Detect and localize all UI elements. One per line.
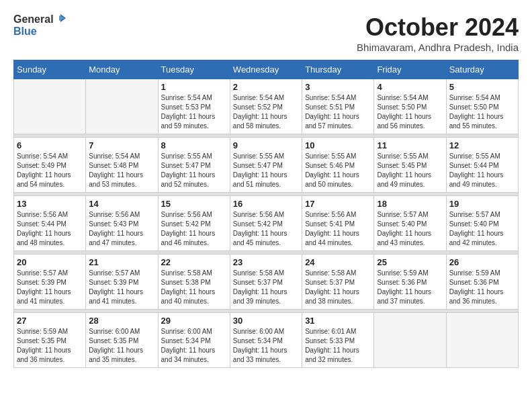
calendar-cell: 7 Sunrise: 5:54 AM Sunset: 5:48 PM Dayli… — [86, 138, 158, 193]
day-number: 31 — [305, 316, 371, 326]
day-number: 29 — [161, 316, 227, 326]
day-number: 3 — [305, 82, 371, 92]
calendar-cell: 2 Sunrise: 5:54 AM Sunset: 5:52 PM Dayli… — [230, 79, 302, 134]
calendar-cell: 20 Sunrise: 5:57 AM Sunset: 5:39 PM Dayl… — [14, 255, 86, 310]
calendar-cell: 10 Sunrise: 5:55 AM Sunset: 5:46 PM Dayl… — [302, 138, 374, 193]
day-info: Sunrise: 5:54 AM Sunset: 5:52 PM Dayligh… — [233, 93, 299, 131]
day-number: 12 — [449, 140, 515, 150]
day-number: 5 — [449, 82, 515, 92]
day-number: 4 — [377, 82, 443, 92]
calendar-cell: 16 Sunrise: 5:56 AM Sunset: 5:42 PM Dayl… — [230, 196, 302, 251]
location: Bhimavaram, Andhra Pradesh, India — [357, 42, 519, 53]
day-number: 27 — [17, 316, 83, 326]
day-info: Sunrise: 6:01 AM Sunset: 5:33 PM Dayligh… — [305, 327, 371, 365]
calendar-cell: 11 Sunrise: 5:55 AM Sunset: 5:45 PM Dayl… — [374, 138, 446, 193]
day-number: 2 — [233, 82, 299, 92]
day-info: Sunrise: 6:00 AM Sunset: 5:35 PM Dayligh… — [89, 327, 154, 365]
calendar-cell: 31 Sunrise: 6:01 AM Sunset: 5:33 PM Dayl… — [302, 313, 374, 368]
day-number: 13 — [17, 199, 83, 209]
calendar-cell: 6 Sunrise: 5:54 AM Sunset: 5:49 PM Dayli… — [14, 138, 86, 193]
day-info: Sunrise: 5:54 AM Sunset: 5:50 PM Dayligh… — [449, 93, 515, 131]
day-info: Sunrise: 5:57 AM Sunset: 5:39 PM Dayligh… — [89, 269, 154, 306]
day-number: 19 — [449, 199, 515, 209]
page-header: General Blue October 2024 Bhimavaram, An… — [13, 13, 519, 53]
calendar-week-1: 1 Sunrise: 5:54 AM Sunset: 5:53 PM Dayli… — [14, 79, 519, 134]
day-number: 9 — [233, 140, 299, 150]
day-info: Sunrise: 5:54 AM Sunset: 5:53 PM Dayligh… — [161, 93, 227, 131]
calendar-cell: 5 Sunrise: 5:54 AM Sunset: 5:50 PM Dayli… — [446, 79, 518, 134]
day-number: 8 — [161, 140, 227, 150]
header-tuesday: Tuesday — [158, 60, 230, 79]
calendar-week-2: 6 Sunrise: 5:54 AM Sunset: 5:49 PM Dayli… — [14, 138, 519, 193]
calendar-cell: 21 Sunrise: 5:57 AM Sunset: 5:39 PM Dayl… — [86, 255, 158, 310]
header-monday: Monday — [86, 60, 158, 79]
day-number: 15 — [161, 199, 227, 209]
calendar-cell: 27 Sunrise: 5:59 AM Sunset: 5:35 PM Dayl… — [14, 313, 86, 368]
day-number: 18 — [377, 199, 443, 209]
day-number: 14 — [89, 199, 154, 209]
calendar-cell: 9 Sunrise: 5:55 AM Sunset: 5:47 PM Dayli… — [230, 138, 302, 193]
logo-blue: Blue — [13, 26, 66, 38]
calendar-cell — [446, 313, 518, 368]
day-number: 24 — [305, 257, 371, 267]
header-sunday: Sunday — [14, 60, 86, 79]
calendar-cell: 18 Sunrise: 5:57 AM Sunset: 5:40 PM Dayl… — [374, 196, 446, 251]
day-info: Sunrise: 6:00 AM Sunset: 5:34 PM Dayligh… — [233, 327, 299, 365]
day-number: 25 — [377, 257, 443, 267]
header-wednesday: Wednesday — [230, 60, 302, 79]
day-number: 17 — [305, 199, 371, 209]
calendar-cell: 30 Sunrise: 6:00 AM Sunset: 5:34 PM Dayl… — [230, 313, 302, 368]
logo-container: General Blue — [13, 13, 66, 37]
calendar-cell: 3 Sunrise: 5:54 AM Sunset: 5:51 PM Dayli… — [302, 79, 374, 134]
day-number: 11 — [377, 140, 443, 150]
calendar-week-5: 27 Sunrise: 5:59 AM Sunset: 5:35 PM Dayl… — [14, 313, 519, 368]
title-block: October 2024 Bhimavaram, Andhra Pradesh,… — [357, 13, 519, 53]
day-info: Sunrise: 5:54 AM Sunset: 5:50 PM Dayligh… — [377, 93, 443, 131]
month-title: October 2024 — [357, 13, 519, 42]
calendar-cell: 13 Sunrise: 5:56 AM Sunset: 5:44 PM Dayl… — [14, 196, 86, 251]
logo-bird-icon — [55, 13, 66, 24]
calendar-cell: 26 Sunrise: 5:59 AM Sunset: 5:36 PM Dayl… — [446, 255, 518, 310]
day-info: Sunrise: 5:59 AM Sunset: 5:36 PM Dayligh… — [377, 269, 443, 306]
day-number: 6 — [17, 140, 83, 150]
day-info: Sunrise: 5:54 AM Sunset: 5:48 PM Dayligh… — [89, 152, 154, 189]
logo-general: General — [13, 13, 54, 26]
day-number: 23 — [233, 257, 299, 267]
calendar-cell: 29 Sunrise: 6:00 AM Sunset: 5:34 PM Dayl… — [158, 313, 230, 368]
calendar-cell: 1 Sunrise: 5:54 AM Sunset: 5:53 PM Dayli… — [158, 79, 230, 134]
day-info: Sunrise: 5:56 AM Sunset: 5:41 PM Dayligh… — [305, 210, 371, 248]
day-info: Sunrise: 5:57 AM Sunset: 5:40 PM Dayligh… — [377, 210, 443, 248]
header-thursday: Thursday — [302, 60, 374, 79]
calendar-cell: 19 Sunrise: 5:57 AM Sunset: 5:40 PM Dayl… — [446, 196, 518, 251]
day-info: Sunrise: 5:59 AM Sunset: 5:36 PM Dayligh… — [449, 269, 515, 306]
calendar-cell: 17 Sunrise: 5:56 AM Sunset: 5:41 PM Dayl… — [302, 196, 374, 251]
calendar-cell: 28 Sunrise: 6:00 AM Sunset: 5:35 PM Dayl… — [86, 313, 158, 368]
header-saturday: Saturday — [446, 60, 518, 79]
day-info: Sunrise: 5:57 AM Sunset: 5:40 PM Dayligh… — [449, 210, 515, 248]
day-number: 7 — [89, 140, 154, 150]
logo: General Blue — [13, 13, 66, 37]
day-info: Sunrise: 6:00 AM Sunset: 5:34 PM Dayligh… — [161, 327, 227, 365]
calendar-cell: 12 Sunrise: 5:55 AM Sunset: 5:44 PM Dayl… — [446, 138, 518, 193]
calendar-header-row: SundayMondayTuesdayWednesdayThursdayFrid… — [14, 60, 519, 79]
day-info: Sunrise: 5:54 AM Sunset: 5:49 PM Dayligh… — [17, 152, 83, 189]
day-number: 26 — [449, 257, 515, 267]
calendar-week-3: 13 Sunrise: 5:56 AM Sunset: 5:44 PM Dayl… — [14, 196, 519, 251]
calendar-cell: 14 Sunrise: 5:56 AM Sunset: 5:43 PM Dayl… — [86, 196, 158, 251]
calendar-cell: 4 Sunrise: 5:54 AM Sunset: 5:50 PM Dayli… — [374, 79, 446, 134]
calendar-cell: 24 Sunrise: 5:58 AM Sunset: 5:37 PM Dayl… — [302, 255, 374, 310]
day-number: 28 — [89, 316, 154, 326]
day-info: Sunrise: 5:55 AM Sunset: 5:47 PM Dayligh… — [233, 152, 299, 189]
day-number: 1 — [161, 82, 227, 92]
day-number: 30 — [233, 316, 299, 326]
calendar-cell: 15 Sunrise: 5:56 AM Sunset: 5:42 PM Dayl… — [158, 196, 230, 251]
day-info: Sunrise: 5:58 AM Sunset: 5:37 PM Dayligh… — [233, 269, 299, 306]
calendar-cell: 22 Sunrise: 5:58 AM Sunset: 5:38 PM Dayl… — [158, 255, 230, 310]
calendar-cell — [14, 79, 86, 134]
calendar-cell — [374, 313, 446, 368]
day-number: 22 — [161, 257, 227, 267]
calendar-cell: 23 Sunrise: 5:58 AM Sunset: 5:37 PM Dayl… — [230, 255, 302, 310]
day-info: Sunrise: 5:55 AM Sunset: 5:44 PM Dayligh… — [449, 152, 515, 189]
day-info: Sunrise: 5:55 AM Sunset: 5:47 PM Dayligh… — [161, 152, 227, 189]
calendar-week-4: 20 Sunrise: 5:57 AM Sunset: 5:39 PM Dayl… — [14, 255, 519, 310]
